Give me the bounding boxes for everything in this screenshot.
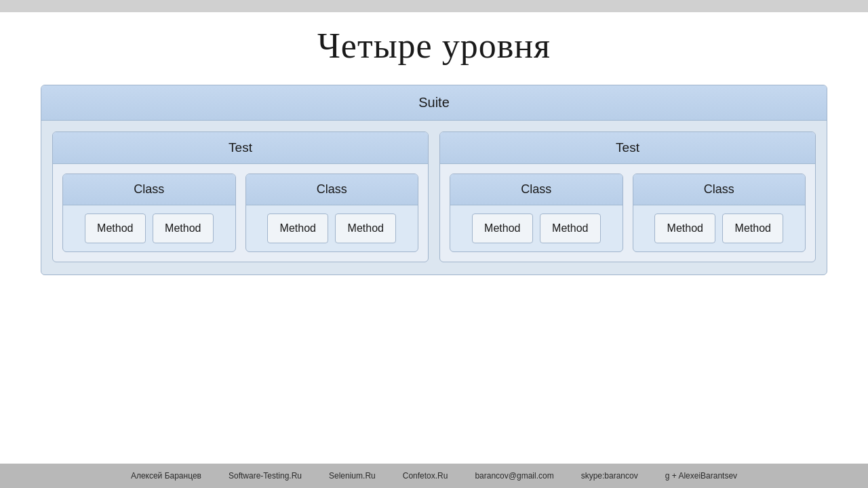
class-container-1-2: Class Method Method xyxy=(245,174,419,252)
class-container-1-1: Class Method Method xyxy=(62,174,236,252)
methods-row-2-2: Method Method xyxy=(633,214,806,243)
footer-bar: Алексей Баранцев Software-Testing.Ru Sel… xyxy=(0,464,868,488)
footer-link-7: g + AlexeiBarantsev xyxy=(665,471,737,481)
suite-header: Suite xyxy=(41,85,827,121)
test-container-1: Test Class Method Method Class xyxy=(52,131,429,262)
method-box: Method xyxy=(472,214,533,243)
method-box: Method xyxy=(153,214,214,243)
footer-link-1: Алексей Баранцев xyxy=(131,471,201,481)
top-bar xyxy=(0,0,868,12)
test-header-2: Test xyxy=(440,132,815,164)
methods-row-1-1: Method Method xyxy=(63,214,235,243)
test-header-1: Test xyxy=(53,132,428,164)
method-box: Method xyxy=(267,214,328,243)
class-header-1-1: Class xyxy=(63,174,235,205)
class-header-1-2: Class xyxy=(246,174,418,205)
class-header-2-1: Class xyxy=(450,174,623,205)
method-box: Method xyxy=(654,214,715,243)
footer-link-2: Software-Testing.Ru xyxy=(229,471,302,481)
test-container-2: Test Class Method Method Class xyxy=(439,131,816,262)
methods-row-2-1: Method Method xyxy=(450,214,623,243)
suite-container: Suite Test Class Method Method xyxy=(41,85,827,275)
method-box: Method xyxy=(722,214,783,243)
footer-link-3: Selenium.Ru xyxy=(329,471,376,481)
class-header-2-2: Class xyxy=(633,174,806,205)
class-container-2-2: Class Method Method xyxy=(633,174,806,252)
footer-link-4: Confetox.Ru xyxy=(403,471,448,481)
footer-link-6: skype:barancov xyxy=(581,471,638,481)
main-content: Четыре уровня Suite Test Class Method Me… xyxy=(0,12,868,464)
method-box: Method xyxy=(335,214,396,243)
page-title: Четыре уровня xyxy=(317,26,551,66)
classes-row-1: Class Method Method Class Method Method xyxy=(53,174,428,252)
class-container-2-1: Class Method Method xyxy=(450,174,623,252)
method-box: Method xyxy=(85,214,146,243)
classes-row-2: Class Method Method Class Method Method xyxy=(440,174,815,252)
methods-row-1-2: Method Method xyxy=(246,214,418,243)
method-box: Method xyxy=(540,214,601,243)
footer-link-5: barancov@gmail.com xyxy=(475,471,553,481)
tests-row: Test Class Method Method Class xyxy=(41,131,827,262)
